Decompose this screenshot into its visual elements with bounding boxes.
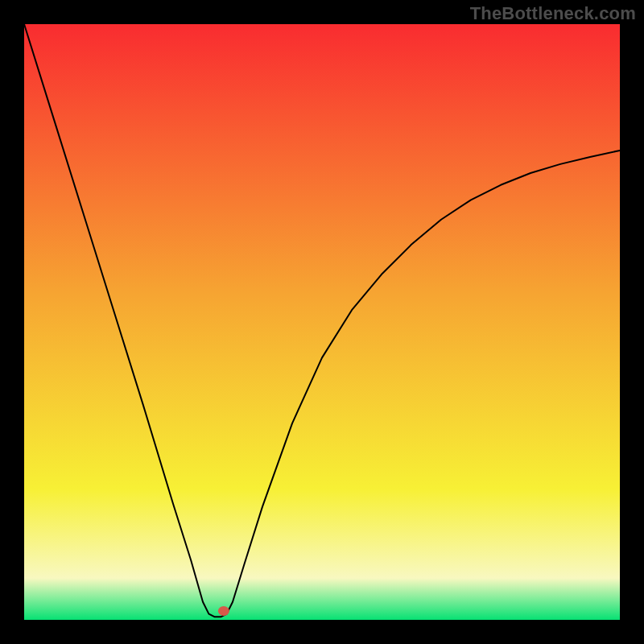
plot-background <box>24 24 620 620</box>
watermark-text: TheBottleneck.com <box>470 3 636 24</box>
plot-area <box>24 24 620 620</box>
optimum-marker <box>218 606 229 616</box>
chart-frame: TheBottleneck.com <box>0 0 644 644</box>
chart-svg <box>24 24 620 620</box>
